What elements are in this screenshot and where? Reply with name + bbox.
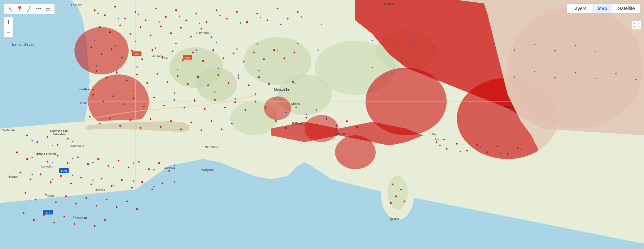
svg-point-165 xyxy=(111,185,113,187)
svg-text:La Roch...: La Roch... xyxy=(71,3,85,7)
svg-point-18 xyxy=(387,176,408,210)
marker-tool-icon[interactable]: 📍 xyxy=(16,5,23,13)
svg-text:Montpellier: Montpellier xyxy=(274,88,291,91)
svg-point-128 xyxy=(170,120,172,122)
svg-point-182 xyxy=(136,208,138,210)
svg-point-213 xyxy=(404,201,405,202)
polyline-tool-icon[interactable]: 〜 xyxy=(35,5,42,13)
svg-point-168 xyxy=(141,181,143,183)
svg-point-88 xyxy=(136,74,138,75)
svg-point-75 xyxy=(213,49,214,51)
svg-point-164 xyxy=(101,178,103,180)
svg-point-118 xyxy=(255,101,257,103)
svg-point-208 xyxy=(507,153,509,155)
svg-point-310 xyxy=(595,78,596,79)
svg-point-73 xyxy=(192,52,194,53)
svg-point-186 xyxy=(53,222,55,224)
svg-point-117 xyxy=(245,109,246,111)
svg-point-161 xyxy=(70,183,72,184)
svg-point-136 xyxy=(37,141,38,143)
line-tool-icon[interactable]: ╱ xyxy=(25,5,33,13)
map-type-satellite-button[interactable]: Satellite xyxy=(613,4,640,13)
svg-point-225 xyxy=(301,16,302,18)
svg-text:Pisa: Pisa xyxy=(430,132,437,135)
svg-point-191 xyxy=(104,219,106,221)
fullscreen-button[interactable] xyxy=(632,20,641,30)
svg-text:Vitoria-Gasteiz: Vitoria-Gasteiz xyxy=(37,152,57,156)
svg-point-167 xyxy=(131,187,133,189)
svg-point-104 xyxy=(113,96,114,97)
svg-point-134 xyxy=(231,123,233,124)
rectangle-tool-icon[interactable]: ▭ xyxy=(44,5,52,13)
svg-text:Rimini: Rimini xyxy=(504,105,513,108)
svg-text:Genève: Genève xyxy=(384,2,395,6)
svg-point-214 xyxy=(390,202,392,204)
svg-point-125 xyxy=(140,127,141,129)
svg-point-268 xyxy=(72,158,73,159)
svg-point-172 xyxy=(35,199,37,201)
svg-point-202 xyxy=(446,148,448,150)
svg-point-37 xyxy=(165,16,167,18)
svg-point-31 xyxy=(104,15,106,16)
layers-button[interactable]: Layers xyxy=(567,3,592,14)
svg-point-292 xyxy=(473,48,474,50)
svg-point-96 xyxy=(218,74,219,76)
svg-point-119 xyxy=(265,107,267,109)
svg-point-35 xyxy=(145,20,147,21)
svg-point-258 xyxy=(285,112,287,113)
zoom-in-button[interactable]: + xyxy=(3,17,14,27)
svg-point-206 xyxy=(487,152,488,153)
svg-point-298 xyxy=(595,51,596,52)
svg-text:Arcac...: Arcac... xyxy=(80,87,90,90)
svg-text:Perpignan: Perpignan xyxy=(200,168,214,172)
svg-point-166 xyxy=(121,179,123,181)
svg-point-254 xyxy=(214,91,216,93)
svg-text:Provenc...: Provenc... xyxy=(292,122,306,125)
svg-point-195 xyxy=(306,117,307,119)
svg-point-311 xyxy=(615,73,617,74)
svg-point-249 xyxy=(113,94,114,95)
svg-point-234 xyxy=(236,48,238,50)
svg-point-66 xyxy=(121,57,123,59)
svg-text:Ajaccio: Ajaccio xyxy=(389,217,399,221)
svg-point-158 xyxy=(40,174,42,175)
svg-point-277 xyxy=(92,179,94,181)
svg-point-201 xyxy=(436,141,438,143)
map-type-map-button[interactable]: Map xyxy=(592,4,613,13)
cursor-tool-icon[interactable]: ↖ xyxy=(6,5,14,13)
svg-point-257 xyxy=(275,98,276,99)
svg-point-55 xyxy=(140,26,141,28)
svg-point-248 xyxy=(92,89,94,90)
svg-point-244 xyxy=(197,75,199,77)
map-container: A89 A89 F-80 E-5 xyxy=(0,0,644,249)
svg-point-46 xyxy=(257,13,258,15)
svg-point-132 xyxy=(211,120,213,122)
svg-point-81 xyxy=(273,49,275,51)
svg-point-262 xyxy=(326,116,327,117)
svg-point-222 xyxy=(240,22,241,24)
svg-point-129 xyxy=(180,129,182,130)
svg-point-99 xyxy=(248,85,250,86)
svg-text:Nîmes: Nîmes xyxy=(291,102,300,106)
svg-point-193 xyxy=(285,127,287,129)
svg-point-243 xyxy=(177,69,178,70)
svg-point-127 xyxy=(160,126,162,128)
svg-point-45 xyxy=(246,21,248,23)
svg-point-216 xyxy=(118,18,119,19)
svg-point-170 xyxy=(162,183,163,184)
svg-point-179 xyxy=(106,199,108,201)
svg-point-212 xyxy=(395,196,397,197)
svg-point-138 xyxy=(57,144,59,146)
svg-text:Soria: Soria xyxy=(47,194,54,198)
svg-point-50 xyxy=(297,11,299,13)
svg-point-56 xyxy=(150,35,152,37)
svg-point-183 xyxy=(23,212,25,214)
svg-point-100 xyxy=(258,76,260,78)
svg-point-39 xyxy=(185,20,187,21)
svg-point-122 xyxy=(109,118,111,119)
svg-point-68 xyxy=(141,59,143,60)
svg-point-192 xyxy=(275,120,277,122)
svg-point-276 xyxy=(72,175,73,176)
zoom-out-button[interactable]: − xyxy=(3,27,14,37)
svg-text:Brive...: Brive... xyxy=(161,56,170,60)
